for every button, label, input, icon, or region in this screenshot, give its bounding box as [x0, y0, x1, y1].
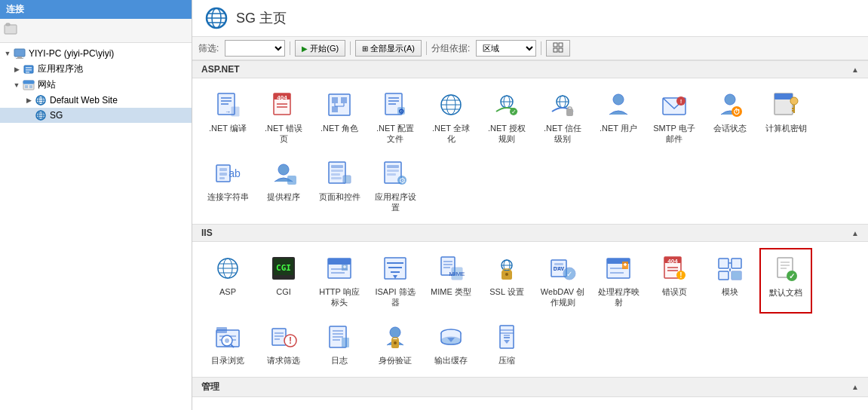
- dir-browse-label: 目录浏览: [211, 355, 244, 366]
- svg-rect-90: [287, 176, 296, 185]
- svg-text:404: 404: [667, 258, 678, 265]
- smtp-label: SMTP 电子邮件: [652, 123, 697, 145]
- tree-item-sites[interactable]: ▼ 网站: [0, 77, 192, 93]
- svg-rect-95: [331, 177, 342, 179]
- svg-point-134: [505, 273, 508, 276]
- asp-icon: [213, 253, 243, 283]
- svg-text:⏱: ⏱: [733, 108, 741, 116]
- grid-icon: [553, 42, 563, 54]
- item-session[interactable]: ⏱ 会话状态: [704, 84, 756, 150]
- machine-key-icon: [771, 90, 801, 120]
- item-webdav[interactable]: DAV ✓ WebDAV 创作规则: [536, 248, 589, 314]
- item-asp[interactable]: ASP: [201, 248, 254, 314]
- item-net-users[interactable]: .NET 用户: [592, 84, 645, 150]
- collapse-aspnet[interactable]: ▲: [851, 66, 859, 74]
- svg-rect-2: [14, 49, 25, 57]
- show-all-label: 全部显示(A): [370, 43, 415, 54]
- item-isapi-filter[interactable]: ISAPI 筛选器: [369, 248, 422, 314]
- svg-rect-79: [774, 93, 793, 99]
- item-app-settings[interactable]: ⚙ 应用程序设置: [369, 153, 422, 219]
- item-handler-map[interactable]: 处理程序映射: [592, 248, 645, 314]
- start-button[interactable]: ▶ 开始(G): [295, 40, 345, 57]
- item-modules[interactable]: 模块: [704, 248, 756, 314]
- item-pages-controls[interactable]: 页面和控件: [313, 153, 366, 219]
- collapse-iis[interactable]: ▲: [851, 229, 859, 237]
- session-icon: ⏱: [715, 90, 745, 120]
- net-users-icon: [603, 90, 633, 120]
- net-users-label: .NET 用户: [600, 123, 637, 133]
- net-global-label: .NET 全球化: [428, 123, 474, 145]
- view-toggle-button[interactable]: [546, 40, 570, 57]
- tree-item-default-site[interactable]: ▶ Default Web Site: [0, 93, 192, 108]
- item-net-role[interactable]: .NET 角色: [313, 84, 366, 150]
- svg-rect-156: [732, 259, 741, 268]
- svg-rect-44: [332, 97, 338, 103]
- svg-rect-11: [25, 85, 28, 88]
- item-http-response[interactable]: HTTP 响应标头: [313, 248, 366, 314]
- webdav-icon: DAV ✓: [547, 253, 578, 283]
- item-connect-str[interactable]: ab 连接字符串: [201, 153, 254, 219]
- svg-text:✓: ✓: [511, 109, 517, 115]
- tree-label-root: YIYI-PC (yiyi-PC\yiyi): [29, 48, 114, 59]
- item-auth[interactable]: 身份验证: [369, 317, 422, 371]
- start-label: 开始(G): [310, 43, 339, 54]
- isapi-filter-icon: [380, 253, 410, 283]
- item-net-global[interactable]: .NET 全球化: [425, 84, 477, 150]
- net-compile-label: .NET 编译: [209, 123, 247, 133]
- asp-label: ASP: [219, 286, 236, 297]
- svg-rect-155: [719, 259, 728, 268]
- item-config-editor[interactable]: 配置编辑器: [201, 403, 254, 410]
- group-by-select[interactable]: 区域: [476, 40, 536, 57]
- providers-icon: [268, 158, 299, 188]
- item-net-compile[interactable]: → .NET 编译: [201, 84, 254, 150]
- collapse-manage[interactable]: ▲: [851, 383, 859, 391]
- svg-rect-92: [331, 165, 343, 168]
- filter-select[interactable]: [225, 40, 285, 57]
- auth-icon: [380, 322, 410, 352]
- item-compress[interactable]: 压缩: [480, 317, 533, 371]
- item-net-config[interactable]: ⚙ .NET 配置文件: [369, 84, 422, 150]
- svg-rect-93: [331, 170, 343, 172]
- item-req-filter[interactable]: ! 请求筛选: [257, 317, 310, 371]
- svg-rect-30: [554, 48, 557, 52]
- svg-rect-94: [331, 173, 340, 176]
- svg-rect-4: [16, 58, 23, 59]
- svg-text:!: !: [679, 271, 682, 280]
- item-net-auth[interactable]: ✓ .NET 授权规则: [480, 84, 533, 150]
- item-output-cache[interactable]: 输出缓存: [425, 317, 477, 371]
- show-all-button[interactable]: ⊞ 全部显示(A): [355, 40, 422, 57]
- tree-item-sg[interactable]: ▶ SG: [0, 108, 192, 123]
- svg-rect-7: [26, 69, 32, 71]
- item-machine-key[interactable]: 计算机密钥: [759, 84, 812, 150]
- item-ssl[interactable]: SSL 设置: [480, 248, 533, 314]
- item-logging[interactable]: 日志: [313, 317, 366, 371]
- ssl-label: SSL 设置: [489, 286, 523, 297]
- item-dir-browse[interactable]: 目录浏览: [201, 317, 254, 371]
- default-doc-icon: ✓: [771, 254, 801, 284]
- http-response-icon: [324, 253, 354, 283]
- item-providers[interactable]: 提供程序: [257, 153, 310, 219]
- svg-point-71: [613, 94, 624, 105]
- sidebar-header-label: 连接: [6, 4, 24, 14]
- logging-label: 日志: [331, 355, 348, 366]
- svg-rect-138: [554, 267, 563, 268]
- section-aspnet: ASP.NET ▲ →: [192, 60, 868, 224]
- svg-rect-46: [332, 106, 338, 112]
- item-default-doc[interactable]: ✓ 默认文档: [759, 248, 812, 314]
- item-net-error[interactable]: 404 .NET 错误页: [257, 84, 310, 150]
- section-manage: 管理 ▲ 配置编辑器: [192, 377, 868, 410]
- item-net-trust[interactable]: .NET 信任级别: [536, 84, 589, 150]
- item-mime-types[interactable]: MIME MIME 类型: [425, 248, 477, 314]
- item-cgi[interactable]: CGI CGI: [257, 248, 310, 314]
- tree-item-apppool[interactable]: ▶ 应用程序池: [0, 61, 192, 77]
- svg-rect-175: [272, 329, 286, 345]
- item-smtp[interactable]: ! SMTP 电子邮件: [648, 84, 701, 150]
- svg-rect-6: [26, 67, 32, 69]
- ssl-icon: [492, 253, 522, 283]
- tree-item-root[interactable]: ▼ YIYI-PC (yiyi-PC\yiyi): [0, 46, 192, 61]
- section-label-aspnet: ASP.NET: [201, 64, 239, 75]
- item-error-pages[interactable]: 404 ! 错误页: [648, 248, 701, 314]
- mime-types-label: MIME 类型: [431, 286, 471, 297]
- arrow-root: ▼: [3, 49, 12, 58]
- show-all-icon: ⊞: [362, 44, 368, 53]
